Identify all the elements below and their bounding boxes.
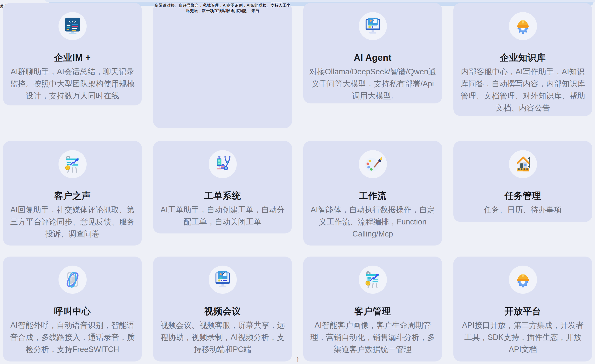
feature-desc: AI群聊助手，AI会话总结，聊天记录监控。按照中大型团队架构使用规模设计，支持数… bbox=[3, 66, 142, 102]
feature-card-call-center[interactable]: 呼叫中心 AI智能外呼，自动语音识别，智能语音合成，多线路接入，通话录音，质检分… bbox=[3, 257, 142, 361]
palette-icon bbox=[359, 150, 387, 178]
feature-card-open-platform[interactable]: 开放平台 API接口开放，第三方集成，开发者工具，SDK支持，插件生态，开放AP… bbox=[453, 257, 592, 361]
back-to-top-arrow-icon[interactable]: ↑ bbox=[293, 354, 302, 363]
feature-card-knowledge-base[interactable]: 企业知识库 内部客服中心，AI写作助手，AI知识库问答，自动撰写内容，内部知识库… bbox=[453, 3, 592, 116]
feature-desc: 视频会议、视频客服，屏幕共享，远程协助，视频录制，AI视频分析，支持移动端和PC… bbox=[153, 319, 292, 355]
hardhat-gear-icon bbox=[509, 12, 537, 40]
chart-easel-icon bbox=[58, 150, 87, 178]
presenter-screen-icon bbox=[209, 266, 237, 294]
top-section-divider bbox=[45, 0, 595, 2]
feature-card-voice-of-customer[interactable]: 客户之声 AI回复助手，社交媒体评论抓取、第三方平台评论同步、意见反馈、服务投诉… bbox=[3, 141, 142, 246]
feature-title: 工作流 bbox=[303, 190, 442, 202]
feature-card-enterprise-im[interactable]: 企业IM + AI群聊助手，AI会话总结，聊天记录监控。按照中大型团队架构使用规… bbox=[3, 3, 142, 105]
feature-title: 企业知识库 bbox=[453, 52, 592, 64]
feature-title: 任务管理 bbox=[453, 190, 592, 202]
feature-title: 企业IM + bbox=[3, 52, 142, 64]
feature-title: 视频会议 bbox=[153, 305, 292, 317]
feature-card-customer-management[interactable]: 客户管理 AI智能客户画像，客户生命周期管理，营销自动化，销售漏斗分析，多渠道客… bbox=[303, 257, 442, 361]
feature-title: 客户管理 bbox=[303, 305, 442, 317]
feature-card-video-meeting[interactable]: 视频会议 视频会议、视频客服，屏幕共享，远程协助，视频录制，AI视频分析，支持移… bbox=[153, 257, 292, 361]
feature-title: 呼叫中心 bbox=[3, 305, 142, 317]
presenter-screen-icon bbox=[359, 12, 387, 40]
feature-title: 客户之声 bbox=[3, 190, 142, 202]
feature-desc: 对接Ollama/DeepSeek/智谱/Qwen通义千问等大模型，支持私有部署… bbox=[303, 66, 442, 102]
feature-desc: AI工单助手，自动创建工单，自动分配工单，自动关闭工单 bbox=[153, 204, 292, 228]
hardhat-gear-icon bbox=[509, 266, 537, 294]
chart-easel-icon bbox=[359, 266, 387, 294]
feature-desc: 内部客服中心，AI写作助手，AI知识库问答，自动撰写内容，内部知识库管理、文档管… bbox=[453, 66, 592, 114]
feature-desc-text: 多渠道对接、多账号聚合，私域管理，AI意图识别，AI智能质检、支持人工坐席兜底，… bbox=[154, 3, 290, 13]
feature-card-online-service[interactable]: 多渠道对接、多账号聚合，私域管理，AI意图识别，AI智能质检、支持人工坐席兜底，… bbox=[153, 3, 292, 128]
feature-card-ticket-system[interactable]: 工单系统 AI工单助手，自动创建工单，自动分配工单，自动关闭工单 bbox=[153, 141, 292, 233]
feature-desc: AI智能体，自动执行数据操作，自定义工作流、流程编排，Function Call… bbox=[303, 204, 442, 240]
code-window-icon bbox=[58, 12, 87, 40]
feature-title: AI Agent bbox=[303, 52, 442, 64]
feature-desc: AI智能外呼，自动语音识别，智能语音合成，多线路接入，通话录音，质检分析，支持F… bbox=[3, 319, 142, 355]
feature-desc: AI智能客户画像，客户生命周期管理，营销自动化，销售漏斗分析，多渠道客户数据统一… bbox=[303, 319, 442, 355]
house-ruler-icon bbox=[509, 150, 537, 178]
feature-desc: 任务、日历、待办事项 bbox=[453, 204, 592, 216]
feature-card-workflow[interactable]: 工作流 AI智能体，自动执行数据操作，自定义工作流、流程编排，Function … bbox=[303, 141, 442, 246]
feature-card-task-management[interactable]: 任务管理 任务、日历、待办事项 bbox=[453, 141, 592, 222]
feature-card-ai-agent[interactable]: AI Agent 对接Ollama/DeepSeek/智谱/Qwen通义千问等大… bbox=[303, 3, 442, 103]
feature-title: 工单系统 bbox=[153, 190, 292, 202]
feature-desc: AI回复助手，社交媒体评论抓取、第三方平台评论同步、意见反馈、服务投诉、调查问卷 bbox=[3, 204, 142, 240]
feature-title: 开放平台 bbox=[453, 305, 592, 317]
feature-desc: API接口开放，第三方集成，开发者工具，SDK支持，插件生态，开放API文档 bbox=[453, 319, 592, 355]
atom-database-icon bbox=[58, 266, 87, 294]
medical-kit-icon bbox=[209, 150, 237, 178]
